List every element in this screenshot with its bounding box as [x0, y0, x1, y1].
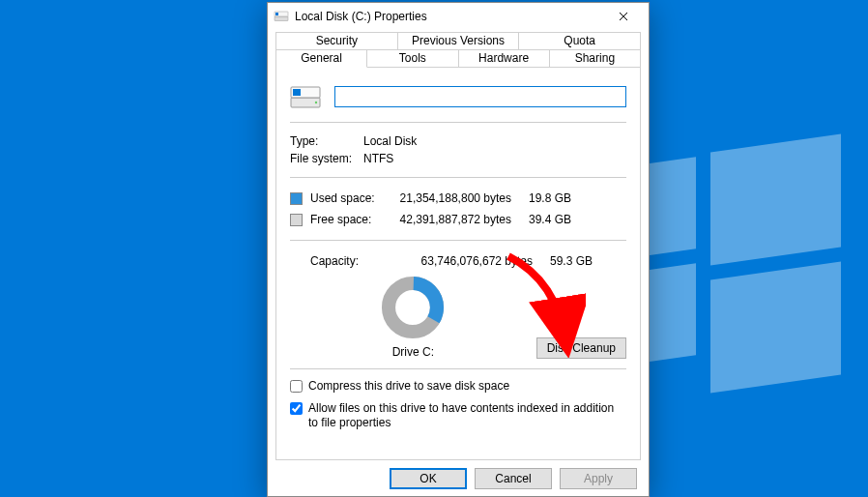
compress-checkbox-row[interactable]: Compress this drive to save disk space — [290, 379, 626, 394]
ok-button[interactable]: OK — [390, 468, 467, 489]
filesystem-value: NTFS — [363, 150, 393, 167]
usage-pie-chart — [381, 276, 445, 339]
close-icon — [619, 12, 628, 21]
type-value: Local Disk — [363, 132, 417, 150]
free-space-bytes: 42,391,887,872 bytes — [386, 209, 511, 230]
drive-icon — [274, 9, 289, 24]
separator — [290, 177, 626, 178]
used-space-human: 19.8 GB — [511, 188, 571, 209]
free-space-swatch — [290, 214, 303, 226]
tab-tools[interactable]: Tools — [367, 49, 458, 68]
free-space-human: 39.4 GB — [511, 209, 571, 230]
separator — [290, 240, 626, 241]
close-button[interactable] — [604, 3, 643, 30]
filesystem-label: File system: — [290, 150, 358, 167]
used-space-swatch — [290, 192, 303, 205]
type-label: Type: — [290, 132, 358, 150]
desktop: Local Disk (C:) Properties Security Prev… — [0, 0, 868, 497]
separator — [290, 122, 626, 123]
tab-previous-versions[interactable]: Previous Versions — [398, 32, 520, 50]
tab-panel-general: Type:Local Disk File system:NTFS Used sp… — [275, 68, 641, 460]
tab-general[interactable]: General — [276, 49, 367, 68]
tab-quota[interactable]: Quota — [519, 32, 641, 50]
used-space-bytes: 21,354,188,800 bytes — [386, 188, 511, 209]
free-space-label: Free space: — [310, 209, 386, 230]
svg-rect-2 — [275, 13, 278, 15]
separator — [290, 368, 626, 369]
volume-name-input[interactable] — [334, 86, 626, 107]
index-checkbox[interactable] — [290, 402, 303, 415]
disk-cleanup-button[interactable]: Disk Cleanup — [536, 337, 626, 359]
window-title: Local Disk (C:) Properties — [295, 10, 604, 23]
capacity-human: 59.3 GB — [533, 250, 593, 272]
compress-label: Compress this drive to save disk space — [308, 379, 626, 394]
titlebar[interactable]: Local Disk (C:) Properties — [268, 3, 649, 30]
used-space-label: Used space: — [310, 188, 386, 209]
tab-sharing[interactable]: Sharing — [550, 49, 641, 68]
disk-icon — [290, 81, 321, 112]
index-checkbox-row[interactable]: Allow files on this drive to have conten… — [290, 401, 626, 430]
svg-point-6 — [315, 102, 317, 103]
tab-strip: Security Previous Versions Quota General… — [275, 32, 641, 460]
svg-rect-0 — [275, 16, 288, 21]
cancel-button[interactable]: Cancel — [475, 468, 552, 489]
drive-label: Drive C: — [392, 345, 434, 359]
compress-checkbox[interactable] — [290, 380, 303, 393]
apply-button[interactable]: Apply — [560, 468, 637, 489]
dialog-button-row: OK Cancel Apply — [268, 460, 649, 497]
tab-security[interactable]: Security — [276, 32, 398, 50]
index-label: Allow files on this drive to have conten… — [308, 401, 626, 430]
properties-dialog: Local Disk (C:) Properties Security Prev… — [267, 2, 650, 497]
capacity-bytes: 63,746,076,672 bytes — [407, 250, 533, 272]
capacity-label: Capacity: — [290, 250, 407, 272]
svg-rect-5 — [293, 89, 301, 96]
tab-hardware[interactable]: Hardware — [459, 49, 550, 68]
